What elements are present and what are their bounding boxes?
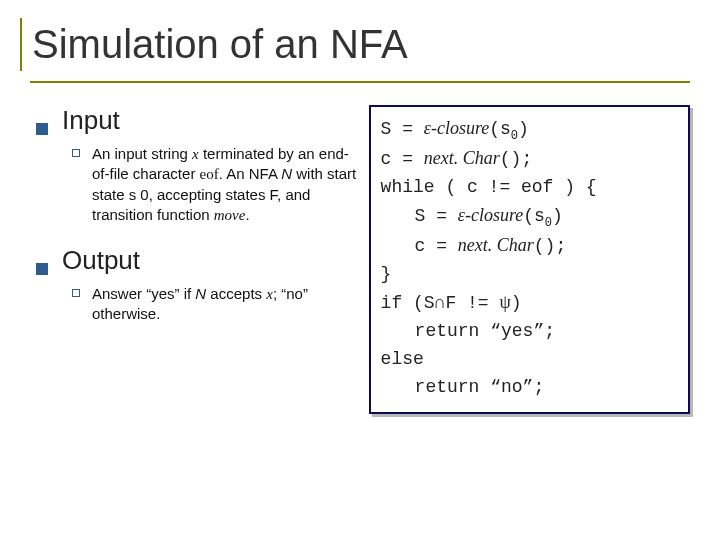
var-N: N bbox=[195, 285, 206, 302]
t: ) bbox=[552, 206, 563, 226]
t: S = bbox=[381, 119, 424, 139]
code-line-1: S = ε-closure(s0) bbox=[381, 115, 678, 145]
code-line-9: else bbox=[381, 346, 678, 374]
t: An input string bbox=[92, 145, 192, 162]
code-line-8: return “yes”; bbox=[381, 318, 678, 346]
eps-closure: ε-closure bbox=[424, 118, 489, 138]
content-row: Input An input string x terminated by an… bbox=[30, 105, 690, 414]
title-block: Simulation of an NFA bbox=[30, 18, 690, 83]
t: Answer “yes” if bbox=[92, 285, 195, 302]
t: c = bbox=[415, 236, 458, 256]
code-line-6: } bbox=[381, 261, 678, 289]
t: (); bbox=[500, 149, 532, 169]
input-detail-row: An input string x terminated by an end-o… bbox=[72, 144, 357, 225]
t: ) bbox=[518, 119, 529, 139]
algorithm-code-box: S = ε-closure(s0) c = next. Char(); whil… bbox=[369, 105, 690, 414]
var-x: x bbox=[192, 146, 199, 162]
output-heading-row: Output bbox=[36, 245, 357, 276]
t: (s bbox=[489, 119, 511, 139]
code-line-2: c = next. Char(); bbox=[381, 145, 678, 174]
t: (); bbox=[534, 236, 566, 256]
t: F != bbox=[445, 293, 499, 313]
output-detail-row: Answer “yes” if N accepts x; “no” otherw… bbox=[72, 284, 357, 325]
next-char: next. Char bbox=[424, 148, 500, 168]
code-line-4: S = ε-closure(s0) bbox=[381, 202, 678, 232]
eps-closure: ε-closure bbox=[458, 205, 523, 225]
t: . An NFA bbox=[219, 165, 282, 182]
kw-move: move bbox=[214, 207, 246, 223]
left-column: Input An input string x terminated by an… bbox=[30, 105, 357, 345]
psi-symbol: ψ bbox=[499, 292, 510, 312]
hollow-square-bullet-icon bbox=[72, 149, 80, 157]
kw-eof: eof bbox=[200, 166, 219, 182]
t: S = bbox=[415, 206, 458, 226]
code-line-5: c = next. Char(); bbox=[381, 232, 678, 261]
slide-title: Simulation of an NFA bbox=[20, 18, 690, 71]
t: accepts bbox=[206, 285, 266, 302]
sub-zero: 0 bbox=[511, 129, 518, 143]
t: if (S bbox=[381, 293, 435, 313]
sub-zero: 0 bbox=[545, 216, 552, 230]
input-heading: Input bbox=[62, 105, 120, 136]
output-heading: Output bbox=[62, 245, 140, 276]
square-bullet-icon bbox=[36, 123, 48, 135]
next-char: next. Char bbox=[458, 235, 534, 255]
t: c = bbox=[381, 149, 424, 169]
code-line-7: if (S∩F != ψ) bbox=[381, 289, 678, 318]
code-line-3: while ( c != eof ) { bbox=[381, 174, 678, 202]
hollow-square-bullet-icon bbox=[72, 289, 80, 297]
var-N: N bbox=[281, 165, 292, 182]
t: . bbox=[245, 206, 249, 223]
intersect-symbol: ∩ bbox=[435, 293, 446, 313]
code-line-10: return “no”; bbox=[381, 374, 678, 402]
slide: Simulation of an NFA Input An input stri… bbox=[0, 0, 720, 540]
square-bullet-icon bbox=[36, 263, 48, 275]
t: (s bbox=[523, 206, 545, 226]
t: ) bbox=[511, 293, 522, 313]
var-x: x bbox=[266, 286, 273, 302]
input-detail-text: An input string x terminated by an end-o… bbox=[92, 144, 357, 225]
input-heading-row: Input bbox=[36, 105, 357, 136]
output-detail-text: Answer “yes” if N accepts x; “no” otherw… bbox=[92, 284, 357, 325]
